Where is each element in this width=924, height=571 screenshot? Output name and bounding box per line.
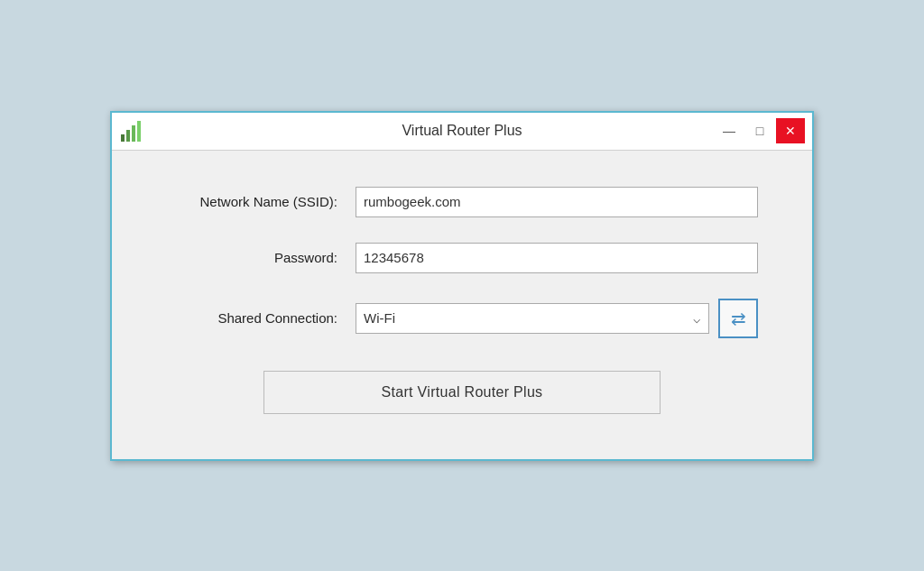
shared-connection-select-wrapper: Wi-Fi Ethernet Ethernet 2 ⌵ [356, 303, 709, 334]
password-input[interactable] [356, 243, 758, 273]
window-body: Network Name (SSID): Password: Shared Co… [112, 151, 812, 459]
app-icon [119, 118, 144, 143]
ssid-row: Network Name (SSID): [166, 187, 758, 217]
start-virtual-router-button[interactable]: Start Virtual Router Plus [263, 371, 661, 414]
shared-connection-label: Shared Connection: [166, 310, 356, 326]
minimize-button[interactable]: — [715, 118, 744, 143]
svg-rect-0 [121, 134, 125, 142]
main-window: Virtual Router Plus — □ ✕ Network Name (… [110, 111, 814, 461]
ssid-label: Network Name (SSID): [166, 194, 356, 209]
refresh-icon: ⇄ [731, 308, 746, 329]
password-label: Password: [166, 250, 356, 265]
window-title: Virtual Router Plus [402, 123, 522, 139]
maximize-button[interactable]: □ [745, 118, 774, 143]
shared-connection-select[interactable]: Wi-Fi Ethernet Ethernet 2 [356, 303, 709, 334]
refresh-button[interactable]: ⇄ [718, 299, 758, 338]
svg-rect-1 [126, 130, 130, 142]
svg-rect-2 [132, 125, 135, 142]
ssid-input[interactable] [356, 187, 758, 217]
close-button[interactable]: ✕ [776, 118, 805, 143]
titlebar-left [119, 118, 144, 143]
password-row: Password: [166, 243, 758, 273]
titlebar: Virtual Router Plus — □ ✕ [112, 113, 812, 151]
svg-rect-3 [137, 121, 141, 142]
start-button-row: Start Virtual Router Plus [166, 371, 758, 414]
titlebar-controls: — □ ✕ [715, 118, 805, 143]
shared-connection-row: Shared Connection: Wi-Fi Ethernet Ethern… [166, 299, 758, 338]
